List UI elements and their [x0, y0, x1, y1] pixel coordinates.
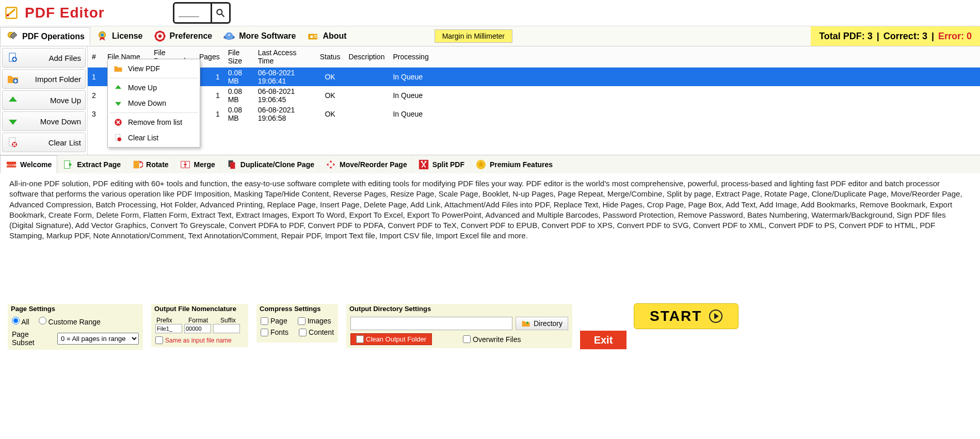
files-table[interactable]: # File Name File Password Pages File Siz…: [88, 46, 980, 123]
nomenclature-title: Output File Nomenclature: [151, 304, 248, 314]
start-button[interactable]: START: [634, 303, 738, 329]
exit-button[interactable]: Exit: [580, 331, 626, 349]
col-description[interactable]: Description: [344, 46, 389, 68]
merge-icon: [180, 159, 191, 170]
tab-duplicate[interactable]: Duplicate/Clone Page: [221, 156, 320, 173]
view-pdf-icon: [114, 64, 123, 73]
clean-output-checkbox[interactable]: [356, 335, 364, 343]
import-folder-button[interactable]: Import Folder: [2, 69, 86, 89]
radio-all[interactable]: All: [12, 317, 29, 326]
tab-label: Split PDF: [432, 160, 464, 169]
tab-about[interactable]: About: [301, 27, 351, 45]
svg-point-13: [311, 35, 313, 38]
directory-button[interactable]: Directory: [516, 317, 568, 330]
tab-label: Move/Reorder Page: [340, 160, 407, 169]
svg-point-11: [229, 34, 230, 36]
suffix-input[interactable]: [213, 324, 240, 333]
move-down-icon: [114, 99, 123, 108]
compress-images-checkbox[interactable]: Images: [298, 317, 331, 325]
table-row[interactable]: 210.08 MB06-08-2021 19:06:45OKIn Queue: [88, 86, 980, 105]
search-button[interactable]: [211, 4, 229, 22]
tab-label: Merge: [194, 160, 215, 169]
total-label: Total PDF:: [819, 31, 865, 42]
error-label: Error:: [938, 31, 964, 41]
col-status[interactable]: Status: [316, 46, 345, 68]
table-row[interactable]: 110.08 MB06-08-2021 19:06:41OKIn Queue: [88, 68, 980, 87]
ctx-label: Remove from list: [128, 118, 182, 126]
col-last-access[interactable]: Last Access Time: [254, 46, 316, 68]
col-processing[interactable]: Processing: [389, 46, 980, 68]
move-reorder-icon: [325, 159, 336, 170]
license-icon: [95, 29, 109, 43]
compress-content-checkbox[interactable]: Content: [299, 328, 334, 336]
tab-welcome[interactable]: WELCOME Welcome: [0, 155, 57, 173]
search-container: [173, 2, 231, 24]
page-subset-label: Page Subset: [12, 330, 53, 347]
tab-label: About: [323, 31, 346, 41]
move-up-icon: [7, 94, 19, 106]
ctx-label: Move Up: [128, 84, 157, 92]
total-count: 3: [867, 31, 873, 42]
tab-label: License: [112, 31, 143, 41]
format-input[interactable]: [184, 324, 211, 333]
premium-icon: [475, 159, 487, 170]
status-bar: Total PDF: 3 | Correct: 3 | Error: 0: [811, 26, 980, 46]
tab-move-reorder[interactable]: Move/Reorder Page: [320, 156, 413, 173]
compress-fonts-checkbox[interactable]: Fonts: [261, 328, 288, 336]
page-subset-select[interactable]: 0 = All pages in range: [57, 333, 139, 345]
tab-more-software[interactable]: More Software: [217, 27, 301, 45]
pdf-operations-icon: [6, 30, 19, 43]
tab-merge[interactable]: Merge: [174, 156, 221, 173]
ctx-remove[interactable]: Remove from list: [109, 115, 198, 130]
tab-license[interactable]: License: [90, 27, 148, 45]
tab-label: Welcome: [20, 160, 52, 169]
move-down-icon: [7, 115, 19, 127]
ctx-label: Move Down: [128, 99, 166, 107]
ctx-label: View PDF: [128, 64, 160, 73]
same-as-input-checkbox[interactable]: [155, 336, 163, 344]
tab-preference[interactable]: Preference: [148, 27, 218, 45]
welcome-icon: WELCOME: [6, 159, 17, 170]
tab-premium[interactable]: Premium Features: [470, 156, 558, 173]
search-input[interactable]: [174, 5, 211, 22]
clear-icon: [114, 133, 123, 142]
compress-title: Compress Settings: [256, 304, 338, 314]
correct-count: 3: [922, 31, 927, 42]
svg-point-34: [425, 160, 427, 162]
svg-point-23: [118, 137, 122, 141]
clean-output-button[interactable]: Clean Output Folder: [350, 333, 432, 345]
correct-label: Correct:: [883, 31, 920, 42]
clear-list-button[interactable]: Clear List: [2, 133, 86, 152]
move-down-button[interactable]: Move Down: [2, 111, 86, 131]
tab-pdf-operations[interactable]: PDF Operations: [0, 27, 90, 45]
ctx-move-down[interactable]: Move Down: [109, 95, 198, 111]
ctx-move-up[interactable]: Move Up: [109, 80, 198, 95]
output-dir-input[interactable]: [350, 317, 512, 330]
svg-rect-31: [230, 162, 235, 169]
suffix-label: Suffix: [220, 317, 236, 324]
app-logo-icon: [4, 6, 19, 20]
prefix-input[interactable]: [155, 324, 182, 333]
tab-extract-page[interactable]: Extract Page: [57, 156, 126, 173]
btn-label: Directory: [534, 319, 563, 328]
radio-custom-range[interactable]: Custome Range: [39, 317, 101, 326]
ctx-view-pdf[interactable]: View PDF: [109, 61, 198, 76]
col-filesize[interactable]: File Size: [224, 46, 254, 68]
tab-label: More Software: [239, 31, 296, 41]
btn-label: Add Files: [49, 54, 81, 62]
svg-text:WELCOME: WELCOME: [6, 164, 17, 167]
compress-page-checkbox[interactable]: Page: [261, 317, 287, 325]
svg-point-2: [217, 9, 222, 14]
overwrite-checkbox[interactable]: Overwrite Files: [463, 335, 521, 344]
output-dir-title: Output Directory Settings: [346, 304, 572, 314]
col-num[interactable]: #: [88, 46, 103, 68]
tab-split[interactable]: Split PDF: [413, 156, 470, 173]
duplicate-icon: [226, 159, 237, 170]
btn-label: START: [650, 308, 702, 324]
add-files-button[interactable]: Add Files: [2, 48, 86, 68]
move-up-button[interactable]: Move Up: [2, 90, 86, 110]
table-row[interactable]: 310.08 MB06-08-2021 19:06:58OKIn Queue: [88, 105, 980, 123]
tab-rotate[interactable]: Rotate: [126, 156, 174, 173]
page-settings-title: Page Settings: [8, 304, 143, 314]
ctx-clear[interactable]: Clear List: [109, 130, 198, 145]
